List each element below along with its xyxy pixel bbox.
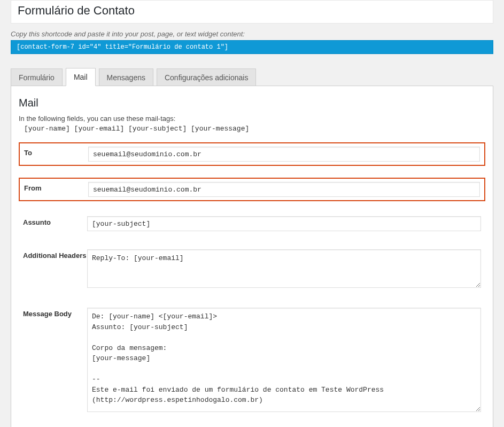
subject-input[interactable] bbox=[87, 216, 481, 231]
tab-mensagens[interactable]: Mensagens bbox=[99, 68, 153, 86]
field-row-body: Message Body bbox=[19, 304, 485, 417]
mail-heading: Mail bbox=[19, 97, 485, 109]
body-textarea[interactable] bbox=[87, 308, 481, 412]
field-row-to: To bbox=[19, 142, 485, 166]
page-header: Formulário de Contato bbox=[11, 0, 493, 24]
tab-formulario[interactable]: Formulário bbox=[11, 68, 63, 86]
mail-panel: Mail In the following fields, you can us… bbox=[11, 86, 493, 427]
subject-label: Assunto bbox=[23, 216, 87, 226]
page-title: Formulário de Contato bbox=[18, 3, 486, 19]
headers-label: Additional Headers bbox=[23, 249, 87, 260]
tab-nav: Formulário Mail Mensagens Configurações … bbox=[11, 67, 493, 86]
shortcode-area: Copy this shortcode and paste it into yo… bbox=[11, 30, 493, 54]
shortcode-box[interactable]: [contact-form-7 id="4" title="Formulário… bbox=[11, 40, 493, 54]
shortcode-hint: Copy this shortcode and paste it into yo… bbox=[11, 30, 493, 38]
from-input[interactable] bbox=[88, 182, 480, 197]
body-label: Message Body bbox=[23, 308, 87, 318]
mail-tags-hint: In the following fields, you can use the… bbox=[19, 115, 485, 123]
from-label: From bbox=[24, 182, 88, 192]
mail-tags: [your-name] [your-email] [your-subject] … bbox=[24, 125, 485, 133]
to-label: To bbox=[24, 147, 88, 157]
field-row-headers: Additional Headers bbox=[19, 246, 485, 293]
tab-configuracoes[interactable]: Configurações adicionais bbox=[157, 68, 256, 86]
to-input[interactable] bbox=[88, 147, 480, 162]
field-row-subject: Assunto bbox=[19, 213, 485, 234]
field-row-from: From bbox=[19, 178, 485, 201]
headers-textarea[interactable] bbox=[87, 249, 481, 288]
tab-mail[interactable]: Mail bbox=[66, 68, 96, 86]
